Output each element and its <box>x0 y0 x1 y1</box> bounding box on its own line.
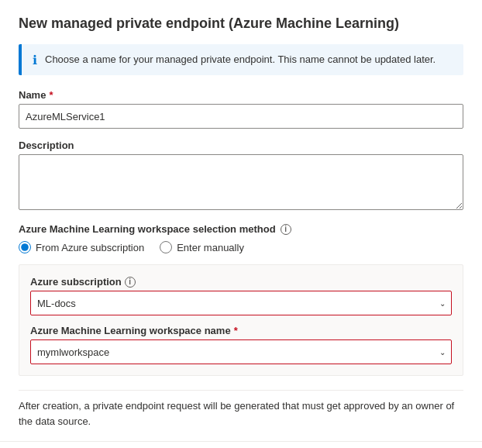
description-label: Description <box>19 140 463 151</box>
azure-subscription-label: Azure subscription i <box>30 276 452 288</box>
azure-subscription-select[interactable]: ML-docs <box>30 291 452 315</box>
azure-subscription-info-icon[interactable]: i <box>125 277 136 288</box>
azure-subscription-wrapper: ML-docs ⌄ <box>30 291 452 315</box>
name-required: * <box>49 89 53 101</box>
panel: New managed private endpoint (Azure Mach… <box>0 0 482 441</box>
radio-from-azure-label[interactable]: From Azure subscription <box>36 242 144 253</box>
workspace-name-required: * <box>234 325 238 336</box>
selection-method-label: Azure Machine Learning workspace selecti… <box>19 223 463 235</box>
radio-enter-manually-label[interactable]: Enter manually <box>177 242 244 253</box>
name-input[interactable] <box>19 104 463 129</box>
azure-subscription-group: Azure subscription i ML-docs ⌄ <box>30 276 452 315</box>
name-label: Name * <box>19 89 463 101</box>
workspace-name-group: Azure Machine Learning workspace name * … <box>30 325 452 364</box>
info-icon: ℹ <box>33 53 37 67</box>
description-textarea[interactable] <box>19 154 463 210</box>
radio-from-azure[interactable]: From Azure subscription <box>19 241 144 253</box>
description-group: Description <box>19 140 463 212</box>
page-title: New managed private endpoint (Azure Mach… <box>19 16 463 32</box>
workspace-name-wrapper: mymlworkspace ⌄ <box>30 339 452 364</box>
workspace-name-label: Azure Machine Learning workspace name * <box>30 325 452 336</box>
info-box: ℹ Choose a name for your managed private… <box>19 44 463 75</box>
radio-group: From Azure subscription Enter manually <box>19 241 463 253</box>
radio-enter-manually[interactable]: Enter manually <box>160 241 244 253</box>
action-bar: Create Back Cancel <box>0 441 482 448</box>
subsection: Azure subscription i ML-docs ⌄ Azure Mac… <box>19 264 463 376</box>
workspace-name-select[interactable]: mymlworkspace <box>30 339 452 364</box>
info-text: Choose a name for your managed private e… <box>45 52 436 67</box>
name-group: Name * <box>19 89 463 129</box>
footer-text: After creation, a private endpoint reque… <box>19 390 463 441</box>
selection-method-info-icon[interactable]: i <box>281 224 291 235</box>
